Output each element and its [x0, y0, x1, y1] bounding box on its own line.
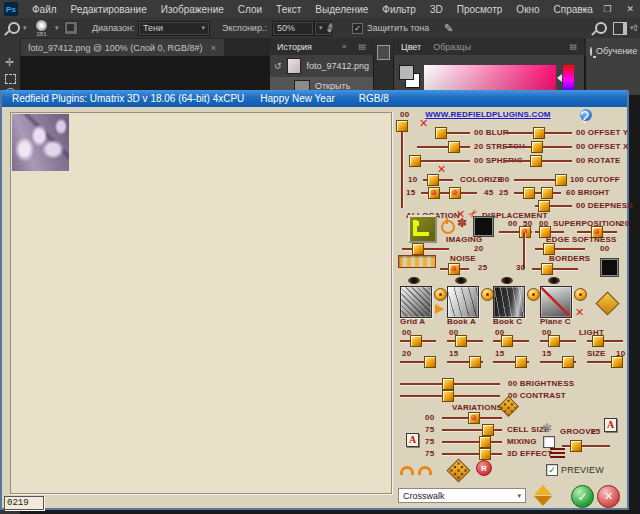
chevron-down-icon[interactable]: ▾	[55, 24, 59, 32]
menu-edit[interactable]: Редактирование	[64, 4, 154, 15]
letter-a-button[interactable]: A	[406, 433, 419, 447]
displacement-slider[interactable]	[499, 231, 532, 233]
mixing-checkbox[interactable]	[543, 436, 555, 448]
pinwheel-icon[interactable]: ✻	[542, 421, 552, 435]
flower-icon[interactable]: ✽	[457, 216, 467, 230]
airbrush-icon[interactable]: ✐	[323, 20, 337, 36]
shuffle-diamond-button[interactable]	[595, 291, 619, 315]
menu-window[interactable]: Окно	[509, 4, 546, 15]
blur-handle[interactable]	[435, 127, 447, 139]
borders-color-swatch[interactable]	[601, 259, 618, 276]
range1-slider[interactable]	[421, 192, 477, 194]
deepness-slider[interactable]	[535, 205, 572, 207]
marquee-tool-icon[interactable]	[5, 74, 16, 84]
ok-button[interactable]: ✓	[571, 485, 594, 508]
spheric-handle[interactable]	[409, 155, 421, 167]
reset-badge-button[interactable]: R	[476, 460, 492, 476]
range1-handle-b[interactable]	[449, 187, 461, 199]
play-triangle-icon[interactable]	[435, 304, 444, 314]
exposure-select[interactable]: 50%	[272, 21, 314, 36]
stretch-slider[interactable]	[417, 146, 470, 148]
stretch-handle[interactable]	[448, 141, 460, 153]
texture-radio-plane-c[interactable]	[574, 288, 587, 301]
offset-x-handle[interactable]	[531, 141, 543, 153]
borders-handle[interactable]	[541, 263, 553, 275]
letter-a-button[interactable]: A	[604, 418, 617, 432]
cutoff-slider[interactable]	[514, 179, 565, 181]
protect-tones-checkbox[interactable]: ✓	[352, 23, 363, 34]
3d-effect-handle[interactable]	[479, 448, 491, 460]
size-handle[interactable]	[611, 356, 623, 368]
menu-file[interactable]: Файл	[25, 4, 64, 15]
learn-label[interactable]: Обучение	[596, 46, 637, 56]
imaging-handle[interactable]	[412, 243, 424, 255]
random-diamond-button[interactable]	[446, 458, 470, 482]
menu-filter[interactable]: Фильтр	[375, 4, 423, 15]
history-state-row[interactable]: ↺ foto_97412.png	[270, 55, 373, 77]
brush-panel-toggle-icon[interactable]	[64, 21, 78, 35]
texture-radio-grid-a[interactable]	[434, 288, 447, 301]
layer-handle[interactable]	[515, 356, 527, 368]
cutoff-handle[interactable]	[555, 174, 567, 186]
preset-select[interactable]: Crosswalk ▾	[398, 488, 526, 503]
layer-slider-2[interactable]	[540, 361, 576, 363]
layer-handle[interactable]	[548, 335, 560, 347]
menu-view[interactable]: Просмотр	[450, 4, 510, 15]
range2-handle-b[interactable]	[541, 187, 553, 199]
plugin-title-bar[interactable]: Redfield Plugins: Umatrix 3D v 18.06 (64…	[2, 90, 627, 107]
plugin-preview-area[interactable]	[10, 112, 392, 494]
displacement-handle[interactable]	[519, 226, 531, 238]
move-tool-icon[interactable]: ✛	[5, 56, 14, 69]
layer-slider-2[interactable]	[400, 361, 436, 363]
cell-size-handle[interactable]	[482, 424, 494, 436]
hue-bar[interactable]	[563, 65, 574, 93]
search-icon[interactable]	[595, 22, 607, 34]
visibility-eye-icon[interactable]	[501, 277, 513, 284]
menu-select[interactable]: Выделение	[308, 4, 375, 15]
collapse-panel-icon[interactable]: »	[342, 42, 346, 51]
reset-x-icon[interactable]: ✕	[419, 117, 428, 130]
texture-radio-book-c[interactable]	[527, 288, 540, 301]
texture-thumb-book-c[interactable]	[493, 286, 525, 318]
layer-handle[interactable]	[424, 356, 436, 368]
website-link[interactable]: WWW.REDFIELDPLUGINS.COM	[418, 110, 558, 119]
layer-handle[interactable]	[410, 335, 422, 347]
preset-stepper[interactable]	[534, 485, 552, 506]
rotate-handle[interactable]	[530, 155, 542, 167]
chevron-down-icon[interactable]: ▾	[23, 24, 27, 32]
variations-handle[interactable]	[468, 412, 480, 424]
tab-color[interactable]: Цвет	[401, 42, 421, 52]
color-gradient-field[interactable]	[424, 65, 556, 93]
borders-slider[interactable]	[532, 268, 578, 270]
master-slider-track[interactable]	[401, 122, 403, 208]
groove-handle[interactable]	[570, 440, 582, 452]
cell-size-slider[interactable]	[442, 429, 502, 431]
minimize-button[interactable]: —	[579, 4, 588, 14]
spheric-slider[interactable]	[410, 160, 470, 162]
workspace-icon[interactable]	[613, 22, 627, 35]
history-panel-title[interactable]: История	[277, 42, 312, 52]
panel-menu-icon[interactable]: ▤	[569, 42, 577, 51]
panel-menu-icon[interactable]: ▤	[358, 42, 366, 51]
stepper-up-icon[interactable]	[534, 485, 552, 495]
cancel-button[interactable]: ✕	[597, 485, 620, 508]
help-button[interactable]: ?	[580, 109, 592, 121]
imaging-slider[interactable]	[402, 248, 449, 250]
pressure-icon[interactable]: ✎	[444, 22, 453, 35]
noise-slider[interactable]	[440, 268, 469, 270]
power-icon[interactable]	[441, 220, 455, 234]
contrast-handle[interactable]	[442, 390, 454, 402]
layer-handle[interactable]	[469, 356, 481, 368]
menu-layers[interactable]: Слои	[231, 4, 269, 15]
reset-x-icon[interactable]: ✕	[575, 306, 584, 319]
blur-slider[interactable]	[436, 132, 470, 134]
layer-slider-1[interactable]	[447, 340, 483, 342]
superposition-slider-a[interactable]	[535, 231, 564, 233]
offset-x-slider[interactable]	[505, 146, 572, 148]
contrast-slider[interactable]	[400, 395, 500, 397]
light-handle[interactable]	[592, 335, 604, 347]
undo-arc-icon[interactable]	[400, 466, 414, 475]
rotate-slider[interactable]	[505, 160, 572, 162]
texture-thumb-grid-a[interactable]	[400, 286, 432, 318]
share-icon[interactable]: ⇧	[632, 23, 640, 33]
